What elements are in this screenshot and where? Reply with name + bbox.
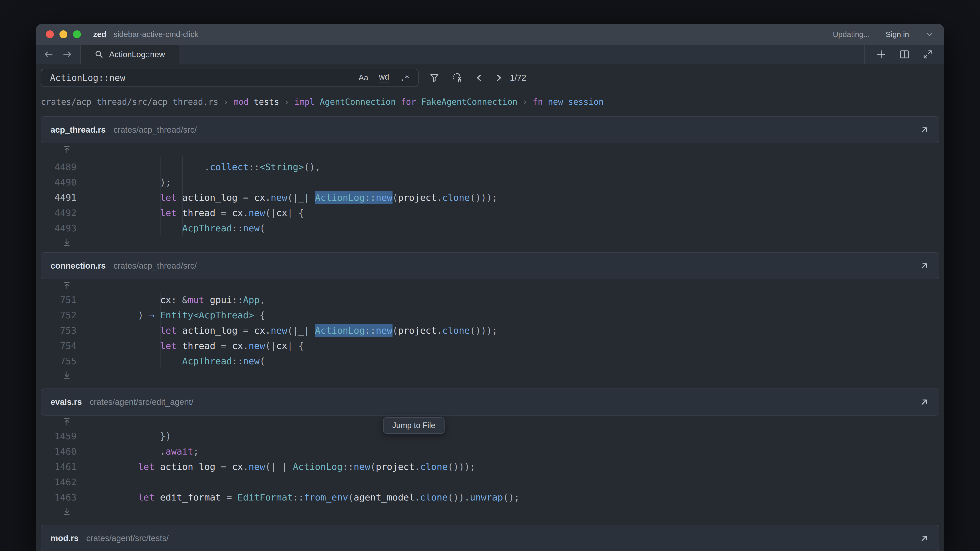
code-block: 4489 .collect::<String>(),4490 );4491 le… [36,156,944,236]
code-token: action_log [182,192,238,203]
code-line[interactable]: 753 let action_log = cx.new(|_| ActionLo… [36,323,944,338]
branch-name[interactable]: sidebar-active-cmd-click [114,30,198,39]
breadcrumb-segment [249,97,254,107]
file-group: evals.rscrates/agent/src/edit_agent/1459… [36,389,944,518]
file-header[interactable]: evals.rscrates/agent/src/edit_agent/ [41,389,939,416]
expand-down-icon[interactable] [36,505,944,518]
search-match-highlight: new [375,324,392,337]
regex-toggle[interactable]: .* [400,73,409,83]
code-token: | { [287,341,304,351]
jump-to-file-icon[interactable] [919,261,929,271]
code-line[interactable]: 1462 [36,474,944,489]
breadcrumb-segment: tests [254,97,279,107]
code-token: ( [393,192,398,203]
new-tab-icon[interactable] [876,49,886,60]
close-window-button[interactable] [46,30,54,38]
whole-word-toggle[interactable]: wd [379,73,389,83]
code-line[interactable]: 4492 let thread = cx.new(|cx| { [36,205,944,221]
line-number: 752 [36,310,76,321]
code-token: { [254,310,265,321]
expand-pane-icon[interactable] [922,49,933,60]
zoom-window-button[interactable] [73,30,81,38]
code-line[interactable]: 4490 ); [36,175,944,190]
line-number: 1461 [36,462,76,472]
code-token: (|_| [287,325,315,336]
update-status[interactable]: Updating... [833,30,870,39]
code-line[interactable]: 4489 .collect::<String>(), [36,159,944,175]
search-match-highlight: ActionLog [315,324,365,337]
code-token: unwrap [470,492,503,503]
search-query[interactable]: ActionLog::new [50,73,359,83]
file-group: mod.rscrates/agent/src/tests/ [36,525,944,551]
code-line[interactable]: 1459 }) [36,428,944,444]
code-block: 751 cx: &mut gpui::App,752 ) → Entity<Ac… [36,292,944,368]
code-token: . [160,446,165,457]
sign-in-button[interactable]: Sign in [886,30,909,39]
case-sensitive-toggle[interactable]: Aa [359,73,368,83]
navigate-back-button[interactable] [43,50,54,59]
breadcrumb-segment: fn [533,97,543,107]
code-token: :: [248,162,259,172]
jump-to-file-icon[interactable] [919,533,929,543]
expand-down-icon[interactable] [36,236,944,248]
code-token: new [248,462,265,472]
breadcrumb-segment: mod [234,97,249,107]
code-text: let thread = cx.new(|cx| { [94,341,304,351]
expand-up-icon[interactable] [36,416,944,428]
replace-toggle-icon[interactable]: R [451,72,463,84]
chevron-down-icon[interactable] [925,30,934,39]
code-text: .await; [94,446,199,457]
code-line[interactable]: 751 cx: &mut gpui::App, [36,292,944,307]
code-text: let action_log = cx.new(|_| ActionLog::n… [94,462,476,472]
expand-down-icon[interactable] [36,368,944,381]
code-token: AcpThread [182,223,232,233]
code-token: . [437,325,442,336]
code-token: . [243,341,248,351]
filter-icon[interactable] [429,72,440,83]
code-token: (), [304,162,321,172]
code-token: . [243,462,248,472]
expand-up-icon[interactable] [36,143,944,156]
code-token: ()) [448,492,464,503]
code-token: }) [160,431,171,441]
next-match-button[interactable] [495,73,503,83]
split-pane-icon[interactable] [899,49,910,59]
search-input[interactable]: ActionLog::new Aa wd .* [41,68,418,87]
file-header[interactable]: mod.rscrates/agent/src/tests/ [41,525,939,551]
expand-up-icon[interactable] [36,279,944,292]
code-line[interactable]: 4491 let action_log = cx.new(|_| ActionL… [36,190,944,205]
breadcrumb[interactable]: crates/acp_thread/src/acp_thread.rs › mo… [36,91,944,112]
code-token: | { [287,208,304,218]
code-token: await [165,446,193,457]
code-token: . [414,462,420,472]
traffic-lights [46,30,81,38]
code-token [177,341,182,351]
file-header[interactable]: acp_thread.rscrates/acp_thread/src/ [41,116,939,143]
previous-match-button[interactable] [475,73,484,83]
code-line[interactable]: 755 AcpThread::new( [36,353,944,368]
jump-to-file-icon[interactable] [919,125,929,135]
tab-search-results[interactable]: ActionLog::new [81,45,179,64]
code-token: cx [232,462,243,472]
code-token: cx [276,341,287,351]
code-token: cx [254,325,265,336]
jump-to-file-icon[interactable] [919,397,929,407]
code-line[interactable]: 752 ) → Entity<AcpThread> { [36,307,944,323]
code-token: clone [442,325,470,336]
code-line[interactable]: 1461 let action_log = cx.new(|_| ActionL… [36,459,944,474]
line-number: 4492 [36,208,76,218]
minimize-window-button[interactable] [59,30,67,38]
code-line[interactable]: 4493 AcpThread::new( [36,221,944,236]
navigate-forward-button[interactable] [62,50,73,59]
code-line[interactable]: 754 let thread = cx.new(|cx| { [36,338,944,353]
code-token [177,208,182,218]
breadcrumb-segment [396,97,401,107]
code-line[interactable]: 1463 let edit_format = EditFormat::from_… [36,489,944,505]
line-number: 1459 [36,431,76,441]
breadcrumb-segment [543,97,548,107]
code-token: (); [503,492,520,503]
code-line[interactable]: 1460 .await; [36,444,944,459]
code-token: let [160,208,177,218]
code-token: . [265,192,271,203]
file-header[interactable]: connection.rscrates/acp_thread/src/ [41,252,939,279]
